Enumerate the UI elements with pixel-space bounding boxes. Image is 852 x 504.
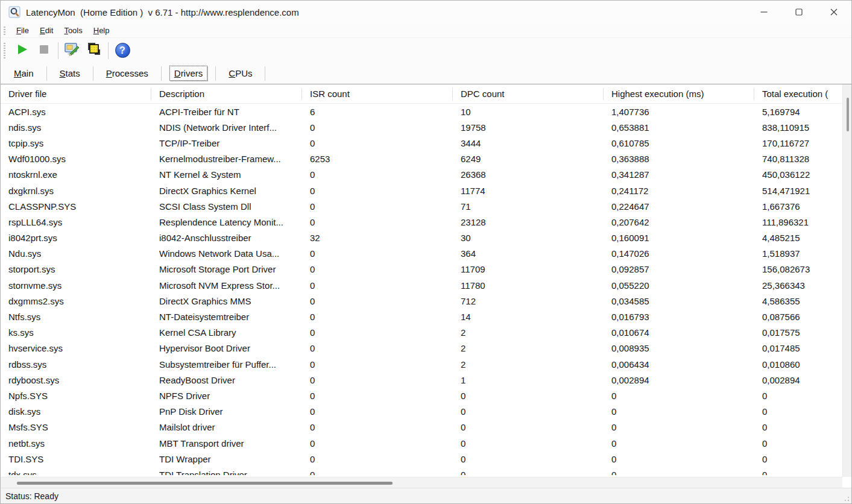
tab-processes[interactable]: Processes [101, 66, 153, 81]
cell-description: Mailslot driver [151, 422, 302, 432]
table-row[interactable]: CLASSPNP.SYSSCSI Class System Dll0710,22… [1, 198, 852, 214]
table-row[interactable]: ks.sysKernel CSA Library020,0106740,0175… [1, 325, 852, 341]
cell-isr-count: 0 [302, 138, 453, 148]
column-header-description[interactable]: Description [151, 88, 302, 100]
cell-total-execution: 156,082673 [754, 264, 842, 274]
tab-main[interactable]: Main [9, 66, 39, 81]
cell-highest-execution: 0,224647 [604, 201, 754, 212]
cell-description: Hypervisor Boot Driver [151, 343, 302, 353]
cell-highest-execution: 0,006434 [604, 359, 754, 370]
options-button[interactable] [62, 40, 83, 61]
cell-driver-file: Ndu.sys [1, 248, 151, 259]
table-row[interactable]: dxgmms2.sysDirectX Graphics MMS07120,034… [1, 293, 852, 309]
monitor-pencil-icon [64, 42, 81, 59]
toolbar-grip[interactable] [4, 43, 5, 58]
menubar-grip[interactable] [4, 27, 5, 35]
table-row[interactable]: hvservice.sysHypervisor Boot Driver020,0… [1, 341, 852, 356]
table-row[interactable]: Ntfs.sysNT-Dateisystemtreiber0140,016793… [1, 309, 852, 324]
cell-highest-execution: 0 [604, 470, 754, 475]
table-row[interactable]: stornvme.sysMicrosoft NVM Express Stor..… [1, 277, 852, 293]
table-row[interactable]: TDI.SYSTDI Wrapper0000 [1, 451, 852, 467]
column-header-dpc-count[interactable]: DPC count [453, 88, 604, 100]
tab-stats[interactable]: Stats [55, 66, 85, 81]
menu-help[interactable]: Help [88, 25, 115, 36]
cell-total-execution: 0,010860 [754, 359, 842, 370]
cell-driver-file: rdbss.sys [1, 359, 151, 370]
in-depth-tests-button[interactable] [83, 40, 105, 61]
cell-driver-file: Wdf01000.sys [1, 154, 151, 164]
table-row[interactable]: Npfs.SYSNPFS Driver0000 [1, 388, 852, 403]
drivers-table: Driver file Description ISR count DPC co… [1, 84, 852, 489]
minimize-button[interactable] [746, 1, 781, 24]
table-row[interactable]: Ndu.sysWindows Network Data Usa...03640,… [1, 246, 852, 262]
tab-cpus[interactable]: CPUs [224, 66, 257, 81]
column-header-total-execution[interactable]: Total execution ( [754, 88, 842, 100]
cell-driver-file: rdyboost.sys [1, 375, 151, 385]
cell-description: Windows Network Data Usa... [151, 248, 302, 259]
cell-dpc-count: 0 [453, 406, 604, 417]
cell-total-execution: 0 [754, 438, 842, 449]
table-row[interactable]: Wdf01000.sysKernelmodustreiber-Framew...… [1, 151, 852, 167]
vertical-scrollbar[interactable] [842, 84, 852, 477]
cell-description: PnP Disk Driver [151, 406, 302, 417]
status-text: Status: Ready [5, 491, 58, 501]
cell-dpc-count: 19758 [453, 122, 604, 133]
cell-driver-file: i8042prt.sys [1, 233, 151, 243]
table-row[interactable]: rdyboost.sysReadyBoost Driver010,0028940… [1, 372, 852, 388]
cell-description: NT-Dateisystemtreiber [151, 312, 302, 322]
cell-highest-execution: 0,241172 [604, 186, 754, 196]
stop-monitor-button[interactable] [33, 40, 55, 61]
cell-driver-file: dxgmms2.sys [1, 296, 151, 306]
cell-description: Resplendence Latency Monit... [151, 217, 302, 227]
cell-total-execution: 0 [754, 422, 842, 432]
close-button[interactable] [816, 1, 851, 24]
column-header-highest-execution[interactable]: Highest execution (ms) [604, 88, 754, 100]
cell-driver-file: stornvme.sys [1, 280, 151, 291]
window-title: LatencyMon (Home Edition ) v 6.71 - http… [26, 7, 299, 17]
help-button[interactable]: ? [112, 40, 133, 61]
start-monitor-button[interactable] [11, 40, 33, 61]
cell-total-execution: 0 [754, 470, 842, 475]
table-row[interactable]: rdbss.sysSubsystemtreiber für Puffer...0… [1, 356, 852, 372]
table-row[interactable]: Msfs.SYSMailslot driver0000 [1, 420, 852, 435]
table-row[interactable]: disk.sysPnP Disk Driver0000 [1, 404, 852, 420]
cell-description: NT Kernel & System [151, 169, 302, 180]
vertical-scrollbar-thumb[interactable] [847, 98, 849, 131]
horizontal-scrollbar[interactable] [1, 477, 842, 488]
tab-drivers[interactable]: Drivers [169, 66, 208, 81]
table-row[interactable]: rspLLL64.sysResplendence Latency Monit..… [1, 214, 852, 230]
cell-isr-count: 0 [302, 312, 453, 322]
cell-driver-file: storport.sys [1, 264, 151, 274]
table-row[interactable]: ACPI.sysACPI-Treiber für NT6101,4077365,… [1, 104, 852, 119]
table-row[interactable]: tdx.sysTDI Translation Driver0000 [1, 467, 852, 475]
table-row[interactable]: dxgkrnl.sysDirectX Graphics Kernel011774… [1, 183, 852, 198]
maximize-button[interactable] [781, 1, 816, 24]
column-header-isr-count[interactable]: ISR count [302, 88, 453, 100]
menu-file[interactable]: File [11, 25, 34, 36]
driver-table-body: ACPI.sysACPI-Treiber für NT6101,4077365,… [1, 104, 852, 475]
resize-grip[interactable] [844, 496, 850, 502]
cell-total-execution: 838,110915 [754, 122, 842, 133]
table-row[interactable]: tcpip.sysTCP/IP-Treiber034440,610785170,… [1, 135, 852, 151]
table-row[interactable]: ndis.sysNDIS (Network Driver Interf...01… [1, 119, 852, 135]
cell-dpc-count: 71 [453, 201, 604, 212]
cell-driver-file: Msfs.SYS [1, 422, 151, 432]
cell-highest-execution: 0,034585 [604, 296, 754, 306]
horizontal-scrollbar-thumb[interactable] [17, 482, 393, 485]
cell-total-execution: 170,116727 [754, 138, 842, 148]
table-row[interactable]: storport.sysMicrosoft Storage Port Drive… [1, 262, 852, 277]
cell-highest-execution: 0,653881 [604, 122, 754, 133]
cell-highest-execution: 0,092857 [604, 264, 754, 274]
table-row[interactable]: netbt.sysMBT Transport driver0000 [1, 435, 852, 451]
menu-tools[interactable]: Tools [58, 25, 87, 36]
stacked-windows-icon [86, 42, 102, 59]
cell-description: Microsoft NVM Express Stor... [151, 280, 302, 291]
cell-isr-count: 0 [302, 359, 453, 370]
column-header-driver-file[interactable]: Driver file [1, 88, 151, 100]
cell-dpc-count: 6249 [453, 154, 604, 164]
menu-edit[interactable]: Edit [34, 25, 58, 36]
table-row[interactable]: i8042prt.sysi8042-Anschlusstreiber32300,… [1, 230, 852, 246]
table-row[interactable]: ntoskrnl.exeNT Kernel & System0263680,34… [1, 167, 852, 183]
cell-isr-count: 0 [302, 217, 453, 227]
statusbar: Status: Ready [1, 488, 851, 503]
